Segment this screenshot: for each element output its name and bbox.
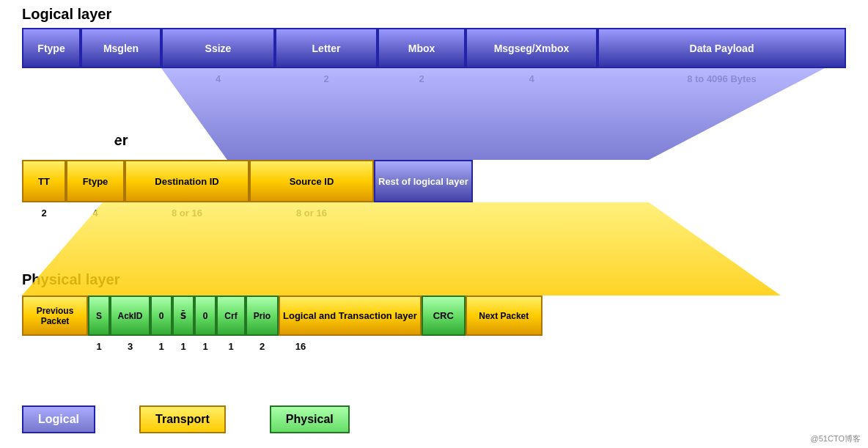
legend-physical: Physical — [270, 405, 350, 433]
physical-cell-next-packet: Next Packet — [466, 295, 542, 336]
transport-cell-tt: TT — [22, 160, 66, 202]
physical-cell-0a: 0 — [150, 295, 172, 336]
logical-layer-label: Logical layer — [22, 6, 111, 23]
legend-logical: Logical — [22, 405, 95, 433]
logical-cell-msgseg: Msgseg/Xmbox — [466, 28, 597, 68]
logical-bit-labels: 4 4 4 2 2 4 8 to 4096 Bytes — [22, 73, 846, 84]
watermark: @51CTO博客 — [811, 433, 861, 444]
physical-layer-label: Physical layer — [22, 271, 119, 288]
transport-cell-dest-id: Destination ID — [125, 160, 249, 202]
physical-cell-s: S — [88, 295, 110, 336]
physical-layer-row: Previous Packet S AckID 0 S̄ 0 Crf Prio … — [22, 295, 542, 336]
logical-layer-row: Ftype Msglen Ssize Letter Mbox Msgseg/Xm… — [22, 28, 846, 68]
legend-transport: Transport — [139, 405, 226, 433]
logical-cell-data-payload: Data Payload — [597, 28, 846, 68]
logical-cell-letter: Letter — [275, 28, 378, 68]
physical-cell-crc: CRC — [422, 295, 466, 336]
logical-cell-mbox: Mbox — [378, 28, 466, 68]
transport-layer-row: TT Ftype Destination ID Source ID Rest o… — [22, 160, 473, 202]
physical-bit-labels: 1 3 1 1 1 1 2 16 — [22, 341, 400, 352]
physical-cell-logical-trans: Logical and Transaction layer — [279, 295, 422, 336]
transport-cell-ftype: Ftype — [66, 160, 125, 202]
logical-cell-ftype: Ftype — [22, 28, 81, 68]
physical-cell-sbar: S̄ — [172, 295, 194, 336]
transport-cell-rest: Rest of logical layer — [374, 160, 473, 202]
logical-cell-msglen: Msglen — [81, 28, 161, 68]
physical-cell-0b: 0 — [194, 295, 216, 336]
transport-layer-label: Transport layer — [22, 132, 128, 149]
physical-cell-crf: Crf — [216, 295, 246, 336]
physical-cell-prio: Prio — [246, 295, 279, 336]
logical-cell-ssize: Ssize — [161, 28, 275, 68]
transport-cell-src-id: Source ID — [249, 160, 374, 202]
legend: Logical Transport Physical — [22, 405, 350, 433]
physical-cell-prev-packet: Previous Packet — [22, 295, 88, 336]
physical-cell-ackid: AckID — [110, 295, 150, 336]
transport-bit-labels: 2 4 8 or 16 8 or 16 — [22, 208, 374, 219]
